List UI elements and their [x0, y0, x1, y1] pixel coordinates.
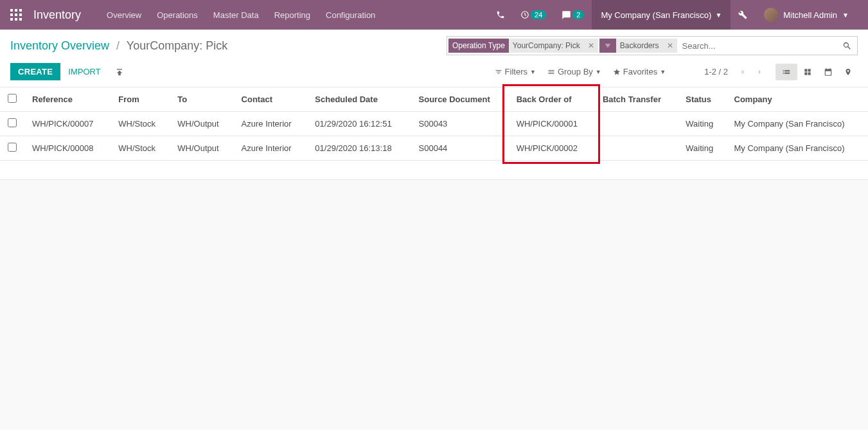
search-input[interactable] [677, 39, 838, 53]
facet-remove-icon[interactable]: ✕ [663, 39, 677, 53]
svg-rect-4 [15, 13, 17, 16]
pager-prev-icon[interactable] [734, 64, 751, 80]
search-facet-operation-type: Operation Type YourCompany: Pick ✕ [448, 39, 598, 53]
export-icon[interactable] [115, 67, 124, 76]
svg-rect-0 [10, 9, 13, 12]
svg-rect-8 [19, 18, 22, 21]
filters-label: Filters [505, 67, 527, 76]
caret-down-icon: ▼ [530, 69, 536, 75]
cell-scheduled: 01/29/2020 16:13:18 [307, 136, 411, 161]
breadcrumb-root[interactable]: Inventory Overview [10, 39, 109, 52]
user-label: Mitchell Admin [783, 10, 837, 20]
cell-scheduled: 01/29/2020 16:12:51 [307, 112, 411, 136]
search-options: Filters ▼ Group By ▼ Favorites ▼ [495, 67, 666, 76]
company-label: My Company (San Francisco) [601, 10, 711, 20]
pager-text[interactable]: 1-2 / 2 [704, 67, 728, 76]
svg-rect-6 [10, 18, 13, 21]
cell-batch [595, 112, 678, 136]
breadcrumb-current: YourCompany: Pick [127, 39, 227, 52]
col-from[interactable]: From [111, 87, 170, 112]
cell-source: S00044 [411, 136, 509, 161]
groupby-label: Group By [558, 67, 593, 76]
messages-icon[interactable]: 2 [554, 0, 592, 30]
search-facet-backorders: Backorders ✕ [599, 39, 677, 53]
col-company[interactable]: Company [727, 87, 868, 112]
pager-next-icon[interactable] [751, 64, 768, 80]
search-icon[interactable] [837, 41, 857, 51]
picking-table: Reference From To Contact Scheduled Date… [0, 87, 868, 161]
avatar [764, 8, 778, 22]
cell-contact: Azure Interior [234, 136, 308, 161]
cell-backorder: WH/PICK/00001 [509, 112, 595, 136]
table-row[interactable]: WH/PICK/00007 WH/Stock WH/Output Azure I… [0, 112, 868, 136]
top-navbar: Inventory Overview Operations Master Dat… [0, 0, 868, 30]
col-source[interactable]: Source Document [411, 87, 509, 112]
col-to[interactable]: To [170, 87, 233, 112]
cell-from: WH/Stock [111, 136, 170, 161]
caret-down-icon: ▼ [715, 12, 722, 19]
pager-wrap: 1-2 / 2 [704, 64, 858, 80]
col-contact[interactable]: Contact [234, 87, 308, 112]
view-kanban-icon[interactable] [797, 64, 818, 80]
cell-to: WH/Output [170, 112, 233, 136]
col-batch[interactable]: Batch Transfer [595, 87, 678, 112]
caret-down-icon: ▼ [596, 69, 601, 75]
debug-icon[interactable] [731, 0, 755, 30]
cell-reference: WH/PICK/00007 [24, 112, 111, 136]
control-panel: Inventory Overview / YourCompany: Pick O… [0, 30, 868, 87]
cell-company: My Company (San Francisco) [727, 112, 868, 136]
menu-master-data[interactable]: Master Data [207, 6, 265, 24]
svg-rect-2 [19, 9, 22, 12]
cell-contact: Azure Interior [234, 112, 308, 136]
cell-to: WH/Output [170, 136, 233, 161]
menu-configuration[interactable]: Configuration [319, 6, 382, 24]
row-checkbox[interactable] [8, 143, 17, 152]
groupby-dropdown[interactable]: Group By ▼ [547, 67, 601, 76]
favorites-dropdown[interactable]: Favorites ▼ [613, 67, 666, 76]
menu-reporting[interactable]: Reporting [268, 6, 317, 24]
phone-icon[interactable] [488, 0, 513, 30]
activities-icon[interactable]: 24 [513, 0, 554, 30]
facet-value: YourCompany: Pick [509, 39, 584, 53]
apps-icon[interactable] [10, 9, 22, 21]
filter-icon [599, 39, 616, 53]
favorites-label: Favorites [623, 67, 657, 76]
svg-rect-5 [19, 13, 22, 16]
facet-remove-icon[interactable]: ✕ [584, 39, 598, 53]
app-brand[interactable]: Inventory [33, 8, 81, 22]
facet-value: Backorders [616, 39, 663, 53]
facet-category: Operation Type [448, 39, 509, 53]
view-map-icon[interactable] [838, 64, 858, 80]
cell-reference: WH/PICK/00008 [24, 136, 111, 161]
menu-operations[interactable]: Operations [150, 6, 204, 24]
row-checkbox[interactable] [8, 118, 17, 127]
col-backorder[interactable]: Back Order of [509, 87, 595, 112]
col-status[interactable]: Status [678, 87, 726, 112]
col-reference[interactable]: Reference [24, 87, 111, 112]
view-list-icon[interactable] [775, 64, 797, 80]
create-button[interactable]: CREATE [10, 63, 60, 80]
cell-status: Waiting [678, 112, 726, 136]
navbar-right: 24 2 My Company (San Francisco) ▼ Mitche… [488, 0, 858, 30]
svg-rect-7 [15, 18, 17, 21]
menu-overview[interactable]: Overview [100, 6, 148, 24]
select-all-checkbox[interactable] [8, 94, 17, 103]
col-scheduled[interactable]: Scheduled Date [307, 87, 411, 112]
cell-status: Waiting [678, 136, 726, 161]
list-view: Reference From To Contact Scheduled Date… [0, 87, 868, 180]
cell-batch [595, 136, 678, 161]
search-view[interactable]: Operation Type YourCompany: Pick ✕ Backo… [447, 36, 858, 55]
messages-badge: 2 [572, 10, 584, 19]
caret-down-icon: ▼ [842, 12, 849, 19]
svg-rect-3 [10, 13, 13, 16]
company-switcher[interactable]: My Company (San Francisco) ▼ [592, 0, 731, 30]
cell-company: My Company (San Francisco) [727, 136, 868, 161]
svg-rect-1 [15, 9, 17, 12]
view-calendar-icon[interactable] [818, 64, 838, 80]
user-menu[interactable]: Mitchell Admin ▼ [755, 8, 858, 22]
activities-badge: 24 [531, 10, 546, 19]
view-switcher [775, 64, 858, 80]
table-row[interactable]: WH/PICK/00008 WH/Stock WH/Output Azure I… [0, 136, 868, 161]
filters-dropdown[interactable]: Filters ▼ [495, 67, 536, 76]
import-button[interactable]: IMPORT [60, 63, 108, 80]
